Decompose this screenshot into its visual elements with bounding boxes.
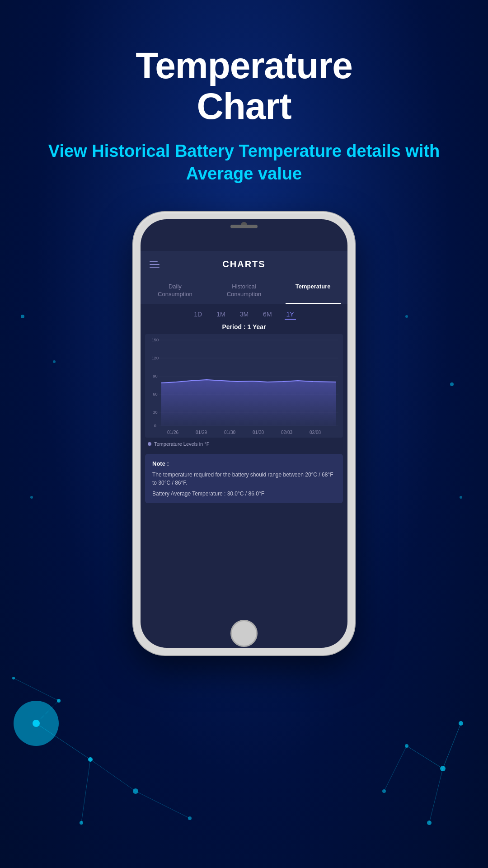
app-header-title: CHARTS [222, 259, 265, 269]
note-text: The temperature required for the battery… [152, 471, 336, 487]
svg-text:90: 90 [153, 374, 157, 378]
note-avg: Battery Average Temperature : 30.0°C / 8… [152, 491, 336, 497]
note-box: Note : The temperature required for the … [145, 454, 343, 503]
tab-historical-consumption[interactable]: Historical Consumption [210, 278, 279, 304]
svg-line-10 [90, 760, 136, 791]
phone-screen: CHARTS Daily Consumption Historical Cons… [141, 219, 347, 648]
page-subtitle: View Historical Battery Temperature deta… [0, 140, 488, 185]
x-label-2: 01/30 [224, 430, 235, 435]
svg-point-0 [14, 701, 59, 746]
svg-line-21 [384, 746, 407, 791]
svg-line-11 [136, 791, 190, 818]
period-btn-1y[interactable]: 1Y [285, 310, 296, 320]
svg-point-3 [57, 699, 61, 703]
phone-speaker [230, 225, 258, 228]
tab-temperature[interactable]: Temperature [278, 278, 347, 304]
period-btn-1d[interactable]: 1D [192, 310, 204, 320]
x-label-3: 01/30 [253, 430, 264, 435]
svg-text:120: 120 [152, 356, 159, 360]
svg-text:30: 30 [153, 410, 157, 415]
svg-point-1 [33, 720, 40, 727]
svg-text:60: 60 [153, 392, 157, 396]
svg-line-9 [36, 701, 59, 723]
x-label-0: 01/26 [167, 430, 178, 435]
svg-line-12 [14, 678, 59, 701]
tabs-row: Daily Consumption Historical Consumption… [141, 278, 347, 304]
svg-point-14 [440, 766, 446, 771]
x-label-5: 02/08 [310, 430, 321, 435]
page-title: Temperature Chart [0, 45, 488, 127]
svg-line-19 [407, 746, 443, 769]
temperature-chart: 150 120 90 60 30 0 [145, 334, 343, 438]
phone-home-button[interactable] [230, 620, 258, 647]
svg-line-8 [36, 723, 90, 760]
hamburger-line-3 [150, 267, 160, 268]
app-content: CHARTS Daily Consumption Historical Cons… [141, 251, 347, 612]
chart-x-labels: 01/26 01/29 01/30 01/30 02/03 02/08 [145, 428, 343, 438]
period-selector: 1D 1M 3M 6M 1Y [141, 304, 347, 323]
svg-line-22 [429, 769, 443, 823]
svg-point-18 [427, 821, 432, 825]
svg-point-17 [382, 789, 386, 793]
period-btn-6m[interactable]: 6M [261, 310, 273, 320]
svg-point-7 [80, 821, 83, 825]
phone-body: CHARTS Daily Consumption Historical Cons… [133, 212, 355, 655]
x-label-4: 02/03 [281, 430, 292, 435]
tab-daily-consumption[interactable]: Daily Consumption [141, 278, 210, 304]
hamburger-line-2 [150, 264, 160, 265]
hamburger-menu[interactable] [150, 261, 160, 268]
chart-legend: Temperature Levels in °F [141, 438, 347, 450]
note-title: Note : [152, 460, 336, 467]
svg-point-2 [88, 757, 93, 762]
phone-mockup: CHARTS Daily Consumption Historical Cons… [0, 212, 488, 655]
hamburger-line-1 [150, 261, 158, 262]
svg-text:150: 150 [152, 338, 159, 342]
svg-point-5 [188, 816, 192, 820]
app-header: CHARTS [141, 251, 347, 278]
svg-line-13 [81, 760, 90, 823]
chart-svg: 150 120 90 60 30 0 [145, 338, 343, 428]
svg-point-6 [12, 677, 15, 679]
period-btn-1m[interactable]: 1M [215, 310, 227, 320]
svg-point-16 [459, 721, 463, 726]
period-label: Period : 1 Year [141, 323, 347, 334]
title-section: Temperature Chart View Historical Batter… [0, 0, 488, 185]
svg-marker-41 [161, 380, 336, 426]
svg-point-15 [405, 744, 408, 748]
x-label-1: 01/29 [196, 430, 207, 435]
svg-point-4 [133, 788, 138, 794]
legend-label: Temperature Levels in °F [154, 441, 209, 447]
legend-dot [148, 442, 151, 446]
svg-text:0: 0 [154, 424, 156, 428]
svg-line-20 [443, 723, 461, 769]
period-btn-3m[interactable]: 3M [238, 310, 250, 320]
